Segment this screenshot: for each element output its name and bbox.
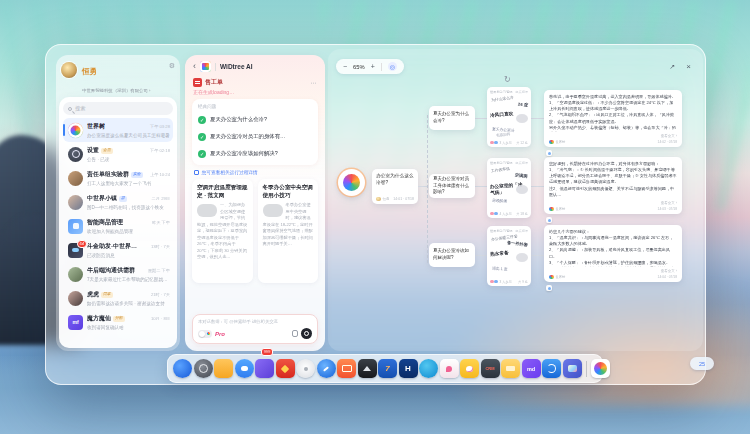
answer-doc-card[interactable]: 您好提到，长期待在过冷的办公环境，对身体有多方面影响： 1、「冷气病」：① 长时… bbox=[544, 157, 682, 214]
question-item[interactable]: ✓ 夏天办公室冷应该如何解决? bbox=[198, 145, 312, 162]
dock-app-folder[interactable] bbox=[214, 359, 233, 378]
view-full-link[interactable]: 查看全文 › bbox=[661, 134, 677, 138]
chat-list-item[interactable]: 牛后端沟通供需群 星期二 下午 7天是大家最近忙工作帮助的记忆那就找我 bbox=[63, 262, 173, 286]
chat-time: 二月 29日 bbox=[152, 196, 170, 201]
dock-app-sync[interactable] bbox=[542, 359, 561, 378]
refresh-icon[interactable]: ↻ bbox=[504, 75, 511, 84]
connector-line bbox=[531, 255, 544, 256]
dock-app-settings[interactable] bbox=[194, 359, 213, 378]
question-item[interactable]: ✓ 夏天办公室冷对员工的身体有… bbox=[198, 128, 312, 145]
bot-avatar bbox=[549, 275, 554, 280]
doc-marker-icon[interactable] bbox=[546, 150, 552, 156]
dock-app-video[interactable]: 7 bbox=[378, 359, 397, 378]
note-word: 调高 1 度 bbox=[492, 265, 508, 271]
dock-app-duck[interactable] bbox=[460, 359, 479, 378]
locate-button[interactable]: ◎ bbox=[388, 62, 397, 71]
chat-avatar-app bbox=[68, 219, 83, 234]
chat-list-item[interactable]: 虎虎 同事 21时 · 7天 如仍需和这边请多关照 · 谢谢这边支持 bbox=[63, 286, 173, 310]
dock-app-notes[interactable] bbox=[255, 359, 274, 378]
doc-marker-icon[interactable] bbox=[546, 285, 552, 291]
chat-list-item[interactable]: 责任单组实验群 实验 上午 10:24 打工人这里给大家发了一个飞书 bbox=[63, 166, 173, 190]
chat-avatar-bot: 64 bbox=[68, 243, 83, 258]
connector-line bbox=[475, 118, 487, 119]
gear-icon[interactable]: ⚙ bbox=[169, 62, 175, 70]
chat-list-item[interactable]: 世界树 下午 03:28 办公室温度这么低夏天公司员工怎样避暑 bbox=[63, 118, 173, 142]
whiteboard-canvas[interactable]: − 65% + ◎ ↗ × ↻ 办公室为什么这么冷呀? 恒勇 14:01 · 0… bbox=[328, 49, 703, 351]
close-icon[interactable]: × bbox=[686, 63, 691, 71]
branch-connector-dashed bbox=[427, 115, 428, 263]
dock-app-files[interactable] bbox=[501, 359, 520, 378]
search-input[interactable]: 搜索 bbox=[63, 102, 173, 115]
dock-app-mail[interactable] bbox=[337, 359, 356, 378]
voice-button[interactable] bbox=[301, 328, 312, 339]
keyword-note-card[interactable]: 世界树学习笔记 观点梳理 工作效率低 空调病 办公室里的「冷气病」 肩颈酸痛 4… bbox=[487, 158, 531, 218]
dock-app-compass[interactable] bbox=[317, 359, 336, 378]
bot-avatar-icon bbox=[200, 61, 211, 72]
back-icon[interactable]: ‹ bbox=[193, 62, 196, 71]
chat-badge: 群 bbox=[119, 196, 127, 202]
dock-app-messages[interactable] bbox=[235, 359, 254, 378]
question-item[interactable]: ✓ 夏天办公室为什么会冷? bbox=[198, 111, 312, 128]
dock-app-disc[interactable] bbox=[296, 359, 315, 378]
reference-card[interactable]: 冬季办公室中央空调使用小技巧 冬季办公室使用中央空调时，建议将温度设定在 18-… bbox=[258, 179, 319, 283]
pro-toggle[interactable] bbox=[198, 330, 212, 338]
keyword-note-card[interactable]: 世界树学习笔记 观点梳理 为什么这么冷 26 度 冷风口直吹 夏天办公室冷 毛毯… bbox=[487, 87, 531, 147]
chat-list-item[interactable]: mf 魔方魔仙 外部 10月 · 8日 收到请回复确认哈 bbox=[63, 310, 173, 334]
chat-list-item[interactable]: 64 斗金助发-中世界智能… 13时 · 7天 已读防范消息 bbox=[63, 238, 173, 262]
doc-marker-icon[interactable] bbox=[546, 217, 552, 223]
chat-sidebar: 恒勇 中世界智能科技（深圳）有限公司 › ⚙ 搜索 世界树 下午 03:28 bbox=[56, 55, 180, 351]
connector-line bbox=[418, 186, 427, 187]
zoom-in-button[interactable]: + bbox=[371, 63, 375, 70]
redacted-blob bbox=[197, 204, 217, 217]
answer-doc-card[interactable]: 首先说，由于夏季室外温度过高，进入室内温差明显，导致体感偏冷。 1、「空调温度设… bbox=[544, 90, 682, 147]
chat-list-item[interactable]: 智能商品管理 昨天 下午 欢迎加入智能商品管理 bbox=[63, 214, 173, 238]
branch-question-card[interactable]: 夏天办公室冷该如何解决呢? bbox=[429, 243, 475, 267]
dock-app-browser[interactable] bbox=[173, 359, 192, 378]
connector-line bbox=[475, 186, 487, 187]
dock-app-docs[interactable]: H bbox=[399, 359, 418, 378]
root-question-card[interactable]: 办公室为什么这么冷呀? 恒勇 14:01 · 07/18 bbox=[372, 169, 418, 204]
chat-preview: 欢迎加入智能商品管理 bbox=[87, 229, 170, 234]
dock-app-crm[interactable]: CRM bbox=[481, 359, 500, 378]
user-avatar[interactable] bbox=[61, 62, 77, 78]
chat-name: 斗金助发-中世界智能… bbox=[87, 242, 142, 251]
expand-icon[interactable]: ↗ bbox=[669, 63, 675, 70]
chat-list-item[interactable]: 中世界小镇 群 二月 29日 图D—中二维码在吗，找资源这个铁友 bbox=[63, 190, 173, 214]
note-tag: 观点梳理 bbox=[515, 229, 528, 233]
dock-app-game[interactable] bbox=[276, 359, 295, 378]
keyword-note-card[interactable]: 世界树学习笔记 观点梳理 办公保暖三件套 备一件外套 热水常备 调高 1 度 3… bbox=[487, 226, 531, 286]
branch-question-card[interactable]: 夏天办公室为什么会冷? bbox=[429, 106, 475, 130]
divider bbox=[381, 63, 382, 71]
floating-count-pill[interactable]: 25 bbox=[690, 357, 714, 370]
chat-time: 下午 02:18 bbox=[150, 148, 170, 153]
dock-app-gallery[interactable] bbox=[563, 359, 582, 378]
answer-doc-card[interactable]: 给您几个方面的建议： 1、「温度共识」：与同事沟通统一温度区间，建议设定 26℃… bbox=[544, 225, 682, 282]
dock-app-markdown[interactable]: md bbox=[522, 359, 541, 378]
dock-app-globe[interactable] bbox=[419, 359, 438, 378]
dock-app-worldtree-ai[interactable] bbox=[591, 359, 610, 378]
view-full-link[interactable]: 查看全文 › bbox=[661, 201, 677, 205]
attach-icon[interactable] bbox=[292, 330, 298, 337]
process-detail-link[interactable]: 您可查看相关运行过程详情 bbox=[185, 165, 325, 177]
chat-input-box[interactable]: 本对话数据：可 @搜索助手 进行相关交流 Pro bbox=[192, 314, 318, 344]
note-word: 为什么这么冷 bbox=[491, 94, 514, 102]
chat-list-panel: 搜索 世界树 下午 03:28 办公室温度这么低夏天公司员工怎样避暑 设置 bbox=[59, 97, 177, 348]
root-bot-avatar[interactable] bbox=[338, 169, 365, 196]
doc-footer-name: 世界树 bbox=[556, 140, 566, 144]
zoom-out-button[interactable]: − bbox=[343, 63, 347, 70]
detail-icon bbox=[194, 170, 199, 175]
dock-app-photos[interactable] bbox=[358, 359, 377, 378]
chat-name: 牛后端沟通供需群 bbox=[87, 266, 135, 275]
chat-preview: 办公室温度这么低夏天公司员工怎样避暑 bbox=[87, 133, 170, 138]
divider bbox=[215, 63, 216, 71]
branch-question-card[interactable]: 夏天办公室冷对员工身体健康有什么影响? bbox=[429, 174, 475, 198]
zoom-level: 65% bbox=[353, 64, 365, 70]
view-full-link[interactable]: 查看全文 › bbox=[661, 269, 677, 273]
dock-app-design[interactable] bbox=[440, 359, 459, 378]
check-icon: ✓ bbox=[198, 116, 206, 124]
chat-name: 魔方魔仙 bbox=[87, 314, 111, 323]
reference-card[interactable]: 空调开启温度管理规定 - 范文网 一、为加强办公区域空调使用管理，节约能源，规范… bbox=[192, 179, 253, 283]
more-icon[interactable]: ⋯ bbox=[311, 79, 318, 86]
pinwheel-icon bbox=[594, 362, 607, 375]
chat-list-item[interactable]: 设置 会员 下午 02:18 公告 · 已读 bbox=[63, 142, 173, 166]
